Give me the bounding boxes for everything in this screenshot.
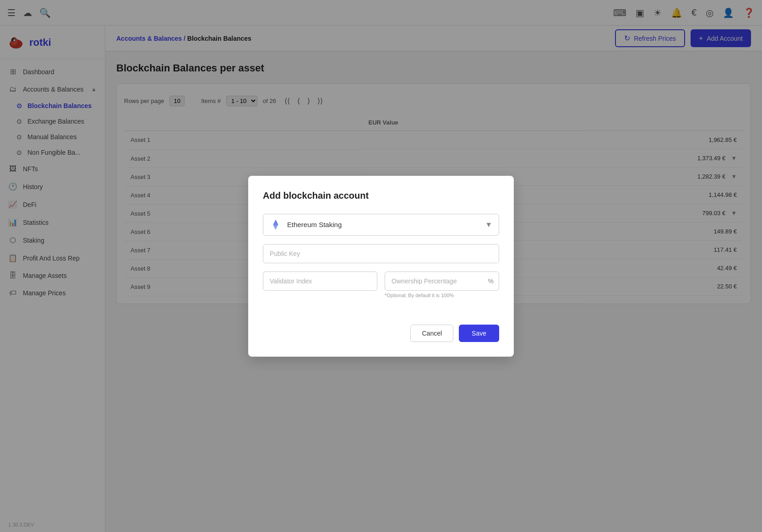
chevron-down-icon: ▼: [485, 221, 492, 229]
ownership-percentage-input[interactable]: [385, 271, 499, 291]
ownership-percentage-field: % *Optional: By default it is 100%: [385, 271, 499, 298]
add-blockchain-account-modal: Add blockchain account Ethereum Staking …: [248, 176, 514, 357]
modal-overlay[interactable]: Add blockchain account Ethereum Staking …: [0, 0, 762, 532]
modal-actions: Cancel Save: [263, 325, 499, 342]
ownership-hint: *Optional: By default it is 100%: [385, 293, 499, 298]
save-button[interactable]: Save: [459, 325, 499, 342]
validator-index-input[interactable]: [263, 271, 377, 291]
blockchain-select[interactable]: Ethereum Staking ▼: [263, 214, 499, 236]
public-key-input[interactable]: [263, 244, 499, 263]
ethereum-icon: [270, 219, 282, 231]
modal-title: Add blockchain account: [263, 190, 499, 201]
public-key-field: [263, 244, 499, 263]
blockchain-selected-value: Ethereum Staking: [287, 221, 485, 228]
validator-index-field: [263, 271, 377, 298]
blockchain-field: Ethereum Staking ▼: [263, 214, 499, 236]
validator-ownership-row: % *Optional: By default it is 100%: [263, 271, 499, 306]
cancel-button[interactable]: Cancel: [410, 325, 453, 342]
